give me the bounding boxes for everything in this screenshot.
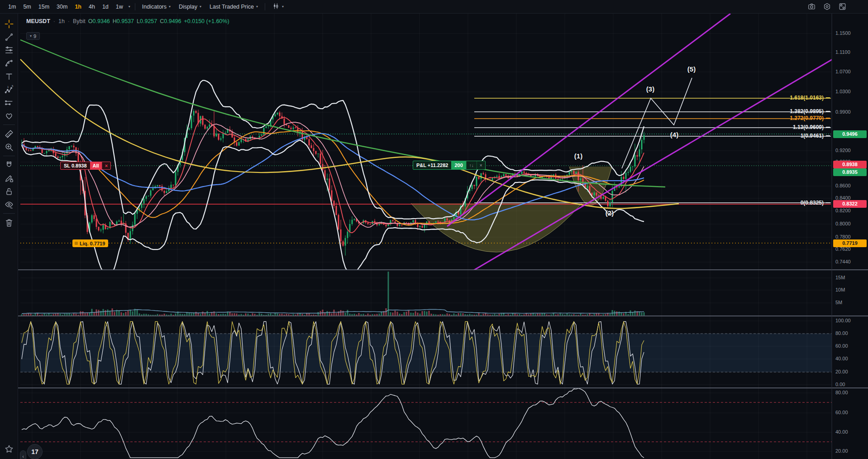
- elliott-wave-label[interactable]: (5): [687, 65, 696, 73]
- timeframe-group: 1m5m15m30m1h4h1d1w: [5, 2, 127, 11]
- heart-icon[interactable]: [2, 109, 16, 122]
- camera-icon[interactable]: [806, 1, 817, 12]
- stop-loss-order-label[interactable]: SL 0.8938 All ×: [60, 162, 111, 170]
- rsi-axis-tick: 60.00: [835, 410, 848, 415]
- star-icon[interactable]: [2, 442, 16, 455]
- elliott-wave-label[interactable]: (3): [646, 85, 654, 93]
- magnet-icon[interactable]: [2, 158, 16, 172]
- elliott-wave-label[interactable]: (4): [670, 131, 678, 139]
- sl-close-icon[interactable]: ×: [102, 162, 110, 169]
- zoom-in-icon[interactable]: [2, 140, 16, 153]
- candle-style-button[interactable]: ▾: [268, 1, 288, 13]
- crosshair-icon[interactable]: [2, 17, 16, 30]
- price-axis-tick: 0.8600: [835, 183, 851, 188]
- liq-icon: [75, 242, 78, 245]
- fib-level-label[interactable]: 1.382(0.9895): [790, 108, 830, 115]
- sl-all-button[interactable]: All: [90, 162, 102, 169]
- drawing-toolbar: 15: [0, 14, 18, 459]
- fib-level-label[interactable]: 1(0.9461): [801, 133, 830, 139]
- timeframe-5m[interactable]: 5m: [19, 2, 34, 11]
- timeframe-1m[interactable]: 1m: [5, 2, 19, 11]
- pattern-icon[interactable]: [2, 57, 16, 70]
- elliott-wave-label[interactable]: (1): [574, 152, 582, 160]
- symbol-name[interactable]: MEUSDT: [26, 18, 50, 24]
- position-qty: 200: [451, 161, 466, 169]
- price-axis-tick: 0.9200: [835, 148, 851, 153]
- menu-group: Indicators▾Display▾Last Traded Price▾: [138, 2, 262, 11]
- lock-icon[interactable]: [2, 185, 16, 198]
- watchlist-collapse-button[interactable]: ‹: [20, 450, 26, 459]
- menu-indicators[interactable]: Indicators▾: [138, 2, 175, 11]
- pnl-text: P&L +11.2282: [413, 161, 451, 169]
- fib-level-label[interactable]: 1.618(1.0163): [790, 95, 830, 101]
- chevron-down-icon: ▾: [282, 5, 284, 9]
- toolbar-divider: [3, 156, 15, 156]
- elliott-wave-label[interactable]: (2): [606, 209, 614, 217]
- chevron-down-icon: ▾: [256, 5, 258, 9]
- fib-level-label[interactable]: 1.272(0.9770): [790, 115, 830, 121]
- timeframe-1h[interactable]: 1h: [71, 2, 85, 11]
- reverse-position-icon[interactable]: ↑↓: [466, 161, 477, 169]
- rsi-axis-tick: 40.00: [835, 429, 848, 435]
- timeframe-4h[interactable]: 4h: [85, 2, 99, 11]
- stoch-axis-tick: 0.00: [835, 382, 845, 387]
- trend-line-icon[interactable]: [2, 30, 16, 43]
- price-badge: 0.8938: [833, 161, 867, 168]
- fib-retracement-icon[interactable]: [2, 43, 16, 57]
- long-position-icon[interactable]: [2, 96, 16, 109]
- chart-canvas[interactable]: [0, 0, 868, 459]
- price-axis-tick: 1.1500: [835, 30, 851, 36]
- indicator-count: 9: [33, 33, 36, 39]
- ruler-icon[interactable]: [2, 127, 16, 140]
- price-axis-tick: 0.7800: [835, 234, 851, 239]
- volume-axis-tick: 5M: [835, 300, 842, 305]
- legend-separator: [53, 18, 56, 24]
- price-axis-tick: 0.7620: [835, 246, 851, 252]
- chevron-down-icon: ▾: [30, 34, 32, 38]
- price-badge: 0.8322: [833, 200, 867, 208]
- fib-level-label[interactable]: 0(0.8325): [801, 200, 830, 206]
- liquidation-price-label: Liq. 0.7719: [72, 239, 108, 247]
- stoch-axis-tick: 80.00: [835, 330, 848, 336]
- timeframe-1d[interactable]: 1d: [99, 2, 112, 11]
- ohlc-open: O0.9346: [88, 18, 110, 24]
- hide-drawings-eye-icon[interactable]: [2, 198, 16, 211]
- settings-icon[interactable]: [821, 1, 833, 12]
- pnl-close-icon[interactable]: ×: [477, 161, 485, 169]
- timeframe-15m[interactable]: 15m: [35, 2, 53, 11]
- rsi-axis-tick: 20.00: [835, 448, 848, 454]
- topbar-actions: [802, 1, 848, 12]
- stoch-axis-tick: 100.00: [835, 318, 851, 323]
- stop-loss-text: SL 0.8938: [61, 162, 90, 169]
- layout-expand-icon[interactable]: [836, 1, 848, 12]
- price-axis-tick: 1.1100: [835, 49, 850, 55]
- stoch-axis-tick: 60.00: [835, 343, 848, 349]
- price-change: +0.0150 (+1.60%): [184, 18, 229, 24]
- indicators-collapse-button[interactable]: ▾ 9: [26, 32, 40, 40]
- trading-chart-app: MEUSDT 1h Bybit O0.9346 H0.9537 L0.9257 …: [0, 0, 868, 459]
- timeframe-1w[interactable]: 1w: [112, 2, 127, 11]
- toolbar-divider: [135, 3, 135, 10]
- menu-last-traded-price[interactable]: Last Traded Price▾: [205, 2, 262, 11]
- candles-icon: [272, 2, 280, 11]
- stoch-axis-tick: 20.00: [835, 369, 848, 374]
- volume-axis-tick: 10M: [835, 287, 845, 292]
- top-toolbar: 1m5m15m30m1h4h1d1w ▾ Indicators▾Display▾…: [0, 0, 868, 14]
- interval-label[interactable]: 1h: [58, 18, 65, 24]
- chevron-down-icon[interactable]: ▾: [129, 5, 130, 9]
- trash-icon[interactable]: [2, 216, 16, 229]
- price-axis-tick: 1.0700: [835, 69, 851, 74]
- toolbar-divider: [3, 124, 15, 125]
- timeframe-30m[interactable]: 30m: [53, 2, 71, 11]
- position-pnl-label[interactable]: P&L +11.2282 200 ↑↓ ×: [413, 161, 486, 170]
- tradingview-logo[interactable]: 17: [27, 444, 43, 459]
- elliott-wave-icon[interactable]: 15: [2, 83, 16, 96]
- menu-display[interactable]: Display▾: [175, 2, 205, 11]
- ohlc-high: H0.9537: [113, 18, 134, 24]
- price-axis-tick: 0.8000: [835, 221, 851, 226]
- text-icon[interactable]: [2, 70, 16, 83]
- price-axis-tick: 1.0300: [835, 89, 851, 94]
- price-badge: 0.8935: [833, 168, 867, 176]
- draw-lock-icon[interactable]: [2, 172, 16, 185]
- fib-level-label[interactable]: 1.13(0.9609): [793, 124, 830, 130]
